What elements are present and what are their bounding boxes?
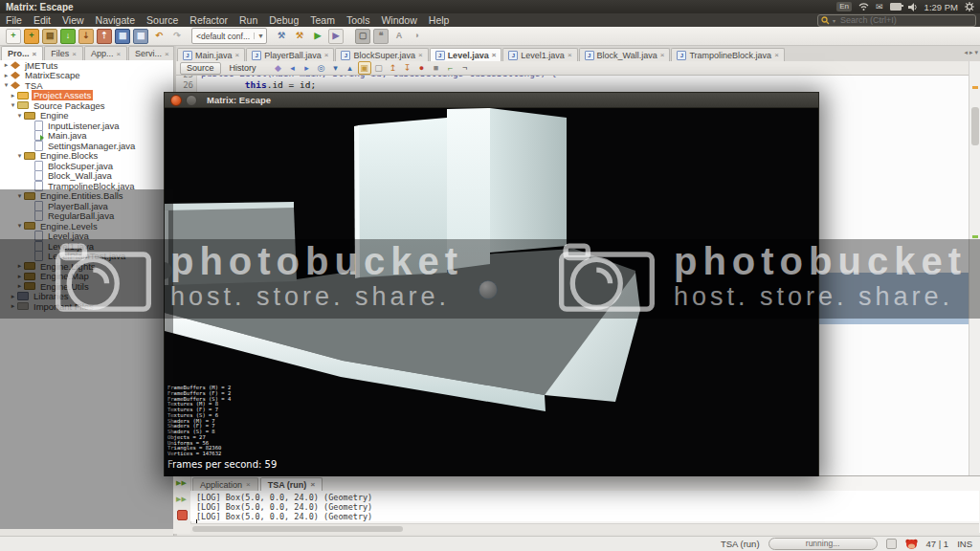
expand-arrow-icon[interactable] [15, 192, 24, 200]
expand-arrow-icon[interactable] [9, 101, 17, 109]
toolbar-icon[interactable]: ▤ [42, 29, 57, 44]
output-tab[interactable]: Application × [192, 477, 258, 491]
tree-item[interactable]: Engine.Levels [0, 221, 173, 231]
toolbar-icon[interactable]: ⇣ [78, 29, 94, 44]
close-icon[interactable]: × [246, 480, 251, 489]
session-gear-icon[interactable] [965, 2, 974, 11]
close-icon[interactable]: × [774, 51, 779, 59]
close-icon[interactable]: × [72, 50, 77, 58]
close-icon[interactable]: × [418, 51, 423, 59]
editor-tab[interactable]: J Level.java × [430, 48, 502, 61]
expand-arrow-icon[interactable] [9, 302, 17, 310]
menu-item[interactable]: Run [234, 14, 263, 26]
tree-item[interactable]: Engine [0, 111, 173, 121]
output-log[interactable]: [LOG] Box(5.0, 0.0, 24.0) (Geometry)[LOG… [190, 491, 979, 521]
game-window[interactable]: Matrix: Escape [164, 92, 819, 476]
editor-tab[interactable]: J BlockSuper.java × [335, 48, 428, 61]
expand-arrow-icon[interactable] [15, 282, 24, 290]
tab-scroll-left-icon[interactable]: ◂ [964, 49, 968, 56]
expand-arrow-icon[interactable] [9, 92, 17, 99]
tab-scroll-right-icon[interactable]: ▸ [969, 49, 973, 56]
battery-icon[interactable] [890, 3, 902, 11]
search-input[interactable] [838, 14, 957, 26]
tree-item[interactable]: Source Packages [0, 100, 173, 111]
tree-item[interactable]: Main.java [0, 131, 173, 142]
toolbar-icon[interactable]: ❝ [373, 29, 389, 44]
expand-arrow-icon[interactable] [15, 262, 24, 270]
close-icon[interactable]: × [660, 51, 665, 59]
close-icon[interactable]: × [492, 51, 497, 59]
menu-item[interactable]: Refactor [184, 14, 234, 26]
menu-item[interactable]: Debug [263, 14, 304, 26]
panel-tab[interactable]: Servi... × [128, 46, 176, 60]
tree-item[interactable]: TrampolineBlock.java [0, 181, 173, 191]
menu-item[interactable]: View [56, 14, 90, 26]
panel-tab[interactable]: App... × [84, 46, 127, 60]
close-icon[interactable]: × [235, 51, 240, 59]
tree-item[interactable]: LevelPlainTest.java [0, 252, 173, 262]
toolbar-icon[interactable]: ▶ [310, 29, 325, 44]
editor-tool-icon[interactable]: ▣ [358, 61, 371, 75]
expand-arrow-icon[interactable] [9, 293, 17, 300]
tree-item[interactable]: Engine.Lights [0, 261, 173, 272]
tree-item[interactable]: Engine.Entities.Balls [0, 191, 173, 202]
menu-item[interactable]: Tools [341, 14, 376, 26]
close-icon[interactable]: × [310, 480, 315, 489]
tree-item[interactable]: Level.java [0, 231, 173, 242]
output-tab[interactable]: TSA (run) × [260, 477, 323, 491]
editor-tool-icon[interactable]: ▾ [329, 61, 343, 75]
menu-item[interactable]: Team [304, 14, 341, 26]
game-viewport[interactable]: FrameBuffers (M) = 2FrameBuffers (F) = 2… [165, 108, 818, 476]
toolbar-icon[interactable]: ▶ [328, 29, 344, 44]
config-select[interactable]: <default conf... ▼ [191, 28, 267, 44]
tree-item[interactable]: TSA [0, 80, 173, 91]
keyboard-layout-indicator[interactable]: En [836, 2, 852, 11]
tree-item[interactable]: Block_Wall.java [0, 171, 173, 182]
history-view-button[interactable]: History [223, 62, 263, 75]
progress-bar[interactable]: running... [768, 538, 878, 550]
tree-item[interactable]: Engine.Utils [0, 281, 173, 292]
scrollbar-thumb[interactable] [971, 107, 979, 145]
tree-item[interactable]: BlockSuper.java [0, 161, 173, 171]
editor-tool-icon[interactable]: ◎ [315, 61, 328, 75]
menu-item[interactable]: Help [423, 14, 456, 26]
volume-icon[interactable] [908, 3, 918, 11]
tree-item[interactable]: RegularBall.java [0, 211, 173, 222]
editor-tab[interactable]: J TrampolineBlock.java × [671, 48, 784, 61]
toolbar-icon[interactable]: ◗ [410, 29, 425, 44]
close-icon[interactable]: × [116, 50, 121, 58]
close-icon[interactable]: × [568, 51, 572, 59]
minimize-button[interactable] [186, 95, 197, 106]
toolbar-icon[interactable]: ↓ [60, 29, 76, 44]
expand-arrow-icon[interactable] [15, 152, 24, 160]
toolbar-icon[interactable]: ⚒ [274, 29, 289, 44]
close-icon[interactable]: × [33, 50, 37, 58]
toolbar-icon[interactable]: + [6, 29, 21, 44]
editor-tab[interactable]: J Level1.java × [502, 48, 577, 61]
menu-item[interactable]: Navigate [90, 14, 141, 26]
panel-tab[interactable]: Pro... × [1, 46, 43, 60]
tab-list-icon[interactable]: ▾ [974, 49, 978, 56]
output-hscrollbar[interactable] [190, 523, 979, 534]
progress-list-icon[interactable] [886, 539, 897, 549]
expand-arrow-icon[interactable] [2, 72, 11, 79]
close-button[interactable] [170, 95, 182, 106]
mail-icon[interactable]: ✉ [876, 2, 883, 11]
expand-arrow-icon[interactable] [15, 222, 24, 230]
menu-item[interactable]: File [0, 14, 28, 26]
tree-item[interactable]: InputListener.java [0, 121, 173, 131]
clock[interactable]: 1:29 PM [924, 2, 958, 12]
quick-search[interactable]: ▾ [817, 14, 976, 27]
expand-arrow-icon[interactable] [2, 81, 11, 89]
editor-tool-icon[interactable]: ◆ [272, 61, 285, 75]
menu-item[interactable]: Window [375, 14, 422, 26]
editor-tool-icon[interactable]: ⌐ [444, 61, 457, 75]
tree-item[interactable]: Important Files [0, 301, 173, 312]
editor-tool-icon[interactable]: ▴ [344, 61, 357, 75]
toolbar-icon[interactable]: ▦ [133, 29, 148, 44]
tree-item[interactable]: Engine.Map [0, 272, 173, 282]
tree-item[interactable]: jMETuts [0, 60, 173, 71]
game-titlebar[interactable]: Matrix: Escape [165, 93, 818, 108]
menu-item[interactable]: Edit [28, 14, 56, 26]
rerun-debug-icon[interactable]: ▶▶ [176, 496, 187, 503]
